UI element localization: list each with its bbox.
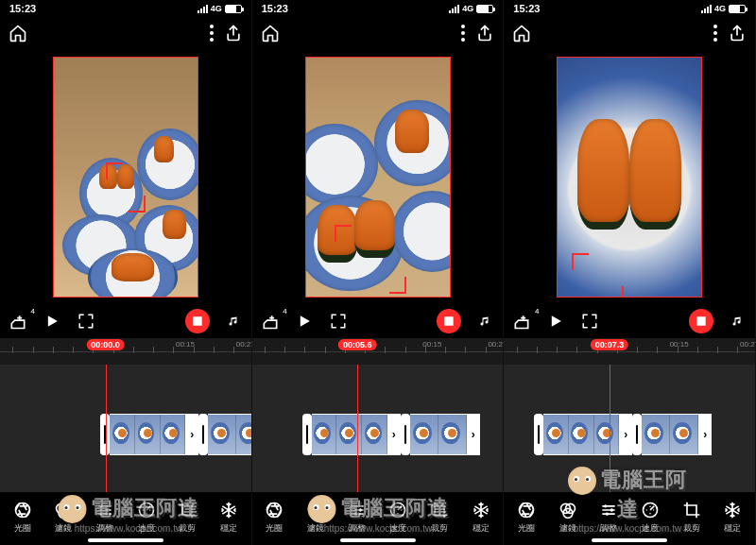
tool-label: 穩定 <box>220 522 237 535</box>
audio-button[interactable] <box>727 311 747 332</box>
home-button[interactable] <box>260 23 281 43</box>
tool-filter[interactable]: 濾鏡 <box>549 500 587 535</box>
network-label: 4G <box>714 4 726 13</box>
tool-stabilize[interactable]: 穩定 <box>713 500 751 535</box>
clip-transition-button[interactable]: › <box>698 414 712 455</box>
clip-transition-button[interactable]: › <box>467 414 480 455</box>
home-button[interactable] <box>8 23 28 43</box>
battery-icon <box>476 5 493 13</box>
clip[interactable] <box>543 414 619 455</box>
audio-button[interactable] <box>474 311 495 332</box>
video-preview[interactable] <box>0 49 251 304</box>
tool-speed[interactable]: 速度 <box>631 500 669 535</box>
home-indicator[interactable] <box>88 538 163 542</box>
tool-adjust[interactable]: 調整 <box>338 500 376 535</box>
clip-handle[interactable] <box>401 414 410 455</box>
add-clip-button[interactable]: 4 <box>8 311 28 332</box>
more-menu-button[interactable] <box>461 25 465 42</box>
tool-speed[interactable]: 速度 <box>379 500 417 535</box>
more-menu-button[interactable] <box>210 25 214 42</box>
audio-button[interactable] <box>223 311 244 332</box>
share-button[interactable] <box>474 23 495 43</box>
signal-icon <box>449 5 459 13</box>
ruler-time-label: 00:15 <box>670 340 689 349</box>
timeline-track[interactable]: ›› <box>252 365 504 492</box>
tool-stabilize[interactable]: 穩定 <box>462 500 500 535</box>
clip-transition-button[interactable]: › <box>619 414 632 455</box>
play-button[interactable] <box>42 311 62 332</box>
clip-handle[interactable] <box>632 414 642 455</box>
tool-filter[interactable]: 濾鏡 <box>44 500 82 535</box>
play-button[interactable] <box>545 311 566 332</box>
share-button[interactable] <box>727 23 747 43</box>
svg-point-21 <box>610 508 613 511</box>
more-menu-button[interactable] <box>713 25 717 42</box>
record-mode-button[interactable] <box>437 309 461 333</box>
record-mode-button[interactable] <box>185 309 210 333</box>
clip[interactable] <box>208 414 250 455</box>
crop-icon <box>429 500 450 520</box>
tool-crop[interactable]: 裁剪 <box>421 500 458 535</box>
playhead-line[interactable] <box>610 365 610 492</box>
clip[interactable] <box>410 414 467 455</box>
clip-transition-button[interactable]: › <box>387 414 401 455</box>
tool-filter[interactable]: 濾鏡 <box>297 500 335 535</box>
fullscreen-button[interactable] <box>579 311 600 332</box>
tool-crop[interactable]: 裁剪 <box>168 500 206 535</box>
filter-icon <box>305 500 326 520</box>
playhead-time[interactable]: 00:00.0 <box>86 339 125 350</box>
tool-crop[interactable]: 裁剪 <box>673 500 711 535</box>
timeline-ruler[interactable]: 00:1500:27.300:00.0 <box>0 338 251 365</box>
tool-adjust[interactable]: 調整 <box>590 500 627 535</box>
tool-adjust[interactable]: 調整 <box>86 500 124 535</box>
timeline-track[interactable]: ›› <box>0 365 251 492</box>
crop-icon <box>177 500 198 520</box>
share-button[interactable] <box>223 23 244 43</box>
tool-bar: 光圈濾鏡調整速度裁剪穩定 <box>504 492 755 545</box>
add-clip-button[interactable]: 4 <box>260 311 281 332</box>
playhead-line[interactable] <box>357 365 358 492</box>
timeline-ruler[interactable]: 00:1500:27.300:05.6 <box>252 338 504 365</box>
fullscreen-button[interactable] <box>328 311 349 332</box>
battery-icon <box>225 5 242 13</box>
playhead-time[interactable]: 00:07.3 <box>591 339 629 350</box>
home-indicator[interactable] <box>592 538 667 542</box>
record-mode-button[interactable] <box>689 309 713 333</box>
play-button[interactable] <box>294 311 315 332</box>
clip-handle[interactable] <box>302 414 312 455</box>
clip[interactable] <box>110 414 185 455</box>
tool-label: 濾鏡 <box>307 522 324 535</box>
tool-stabilize[interactable]: 穩定 <box>210 500 248 535</box>
focus-bracket-icon <box>106 162 123 179</box>
battery-icon <box>729 5 746 13</box>
aperture-icon <box>516 500 537 520</box>
tool-aperture[interactable]: 光圈 <box>255 500 293 535</box>
timeline-track[interactable]: ›› <box>504 365 755 492</box>
fullscreen-button[interactable] <box>76 311 96 332</box>
tool-label: 速度 <box>138 522 155 535</box>
home-indicator[interactable] <box>340 538 416 542</box>
clip-handle[interactable] <box>198 414 208 455</box>
tool-speed[interactable]: 速度 <box>128 500 165 535</box>
video-preview[interactable] <box>252 49 504 304</box>
playhead-time[interactable]: 00:05.6 <box>338 339 377 350</box>
focus-bracket-icon <box>572 253 589 270</box>
tool-aperture[interactable]: 光圈 <box>507 500 545 535</box>
svg-point-6 <box>102 512 105 515</box>
video-preview[interactable] <box>504 49 755 304</box>
clip-transition-button[interactable]: › <box>185 414 198 455</box>
home-button[interactable] <box>511 23 532 43</box>
add-clip-button[interactable]: 4 <box>511 311 532 332</box>
status-time: 15:23 <box>9 3 36 14</box>
tool-label: 裁剪 <box>683 522 700 535</box>
svg-point-20 <box>604 504 607 507</box>
ruler-time-label: 00:15 <box>422 340 441 349</box>
clip[interactable] <box>312 414 387 455</box>
clip-handle[interactable] <box>534 414 543 455</box>
tool-label: 穩定 <box>472 522 490 535</box>
playhead-line[interactable] <box>106 365 107 492</box>
tool-aperture[interactable]: 光圈 <box>4 500 42 535</box>
clip[interactable] <box>642 414 698 455</box>
timeline-ruler[interactable]: 00:1500:27.300:07.3 <box>504 338 755 365</box>
top-bar <box>504 17 755 49</box>
